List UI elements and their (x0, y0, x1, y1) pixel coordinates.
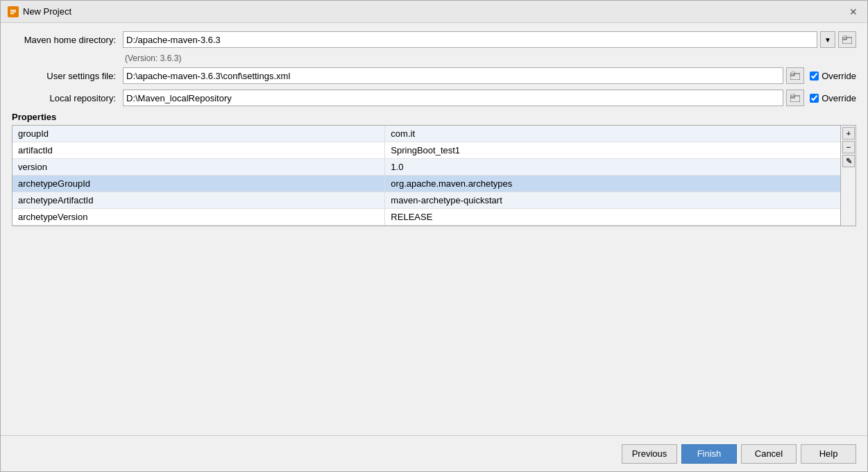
property-value: maven-archetype-quickstart (385, 192, 840, 209)
svg-rect-5 (842, 37, 846, 40)
property-key: groupId (12, 126, 385, 142)
table-row[interactable]: archetypeArtifactId maven-archetype-quic… (12, 192, 840, 209)
close-button[interactable]: ✕ (846, 5, 860, 19)
property-value: RELEASE (385, 209, 840, 226)
table-row[interactable]: version 1.0 (12, 159, 840, 176)
property-value: SpringBoot_test1 (385, 142, 840, 159)
svg-rect-9 (790, 96, 794, 98)
local-repo-override-label: Override (822, 93, 856, 103)
user-settings-browse-btn[interactable] (786, 67, 804, 84)
user-settings-override-checkbox[interactable] (810, 71, 819, 81)
user-settings-override-container: Override (810, 71, 856, 81)
table-row[interactable]: groupId com.it (12, 126, 840, 142)
local-repo-override-checkbox[interactable] (810, 94, 819, 103)
dialog-footer: Previous Finish Cancel Help (1, 435, 867, 471)
dialog-icon (8, 6, 19, 17)
property-value: com.it (385, 126, 840, 142)
maven-home-dropdown-btn[interactable]: ▼ (820, 31, 835, 48)
properties-side-buttons: + − ✎ (840, 126, 856, 226)
user-settings-row: User settings file: Override (12, 67, 856, 84)
user-settings-input-container: Override (123, 67, 856, 84)
maven-home-row: Maven home directory: ▼ (12, 31, 856, 48)
title-bar: New Project ✕ (1, 1, 867, 23)
maven-home-browse-btn[interactable] (838, 31, 856, 48)
local-repo-input[interactable] (123, 90, 783, 106)
dialog-content: Maven home directory: ▼ (Version: 3.6.3)… (1, 23, 867, 435)
user-settings-label: User settings file: (12, 71, 123, 81)
property-key: archetypeVersion (12, 209, 385, 226)
maven-home-label: Maven home directory: (12, 35, 123, 45)
svg-rect-3 (10, 13, 14, 15)
property-value: org.apache.maven.archetypes (385, 176, 840, 192)
property-key: version (12, 159, 385, 176)
properties-table-inner: groupId com.it artifactId SpringBoot_tes… (12, 126, 840, 226)
previous-button[interactable]: Previous (622, 444, 677, 464)
local-repo-override-container: Override (810, 93, 856, 103)
property-key: artifactId (12, 142, 385, 159)
svg-rect-7 (790, 74, 794, 76)
user-settings-input[interactable] (123, 67, 783, 84)
edit-property-button[interactable]: ✎ (842, 155, 855, 167)
new-project-dialog: New Project ✕ Maven home directory: ▼ ( (0, 0, 868, 472)
finish-button[interactable]: Finish (681, 444, 737, 464)
property-value: 1.0 (385, 159, 840, 176)
cancel-button[interactable]: Cancel (741, 444, 797, 464)
properties-table: groupId com.it artifactId SpringBoot_tes… (12, 126, 840, 226)
add-property-button[interactable]: + (842, 127, 855, 140)
maven-version-text: (Version: 3.6.3) (125, 53, 856, 63)
svg-rect-2 (10, 11, 16, 12)
maven-home-input-container: ▼ (123, 31, 856, 48)
properties-section: Properties groupId com.it artifactId Spr… (12, 112, 856, 226)
user-settings-override-label: Override (822, 71, 856, 81)
properties-title: Properties (12, 112, 856, 122)
table-row[interactable]: artifactId SpringBoot_test1 (12, 142, 840, 159)
property-key: archetypeArtifactId (12, 192, 385, 209)
local-repo-input-container: Override (123, 90, 856, 106)
dialog-title: New Project (23, 6, 71, 17)
local-repo-label: Local repository: (12, 93, 123, 103)
maven-home-input[interactable] (123, 31, 817, 48)
help-button[interactable]: Help (801, 444, 856, 464)
title-bar-left: New Project (8, 6, 71, 17)
table-row[interactable]: archetypeGroupId org.apache.maven.archet… (12, 176, 840, 192)
svg-rect-1 (10, 10, 16, 11)
remove-property-button[interactable]: − (842, 141, 855, 153)
property-key: archetypeGroupId (12, 176, 385, 192)
local-repo-browse-btn[interactable] (786, 90, 804, 106)
properties-table-outer: groupId com.it artifactId SpringBoot_tes… (12, 125, 856, 226)
table-row[interactable]: archetypeVersion RELEASE (12, 209, 840, 226)
local-repo-row: Local repository: Override (12, 90, 856, 106)
